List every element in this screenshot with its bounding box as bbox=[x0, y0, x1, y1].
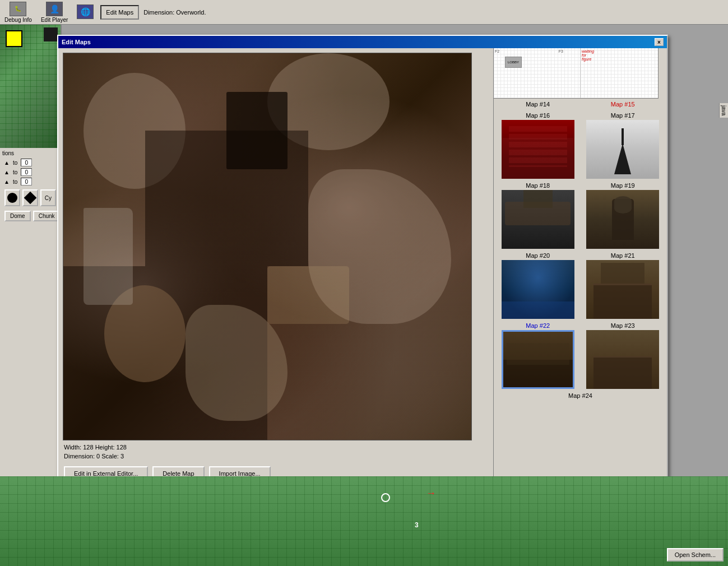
circle-tool-icon bbox=[7, 193, 17, 203]
minimap-black-area bbox=[44, 27, 58, 41]
debug-info-label: Debug Info bbox=[4, 17, 32, 23]
map-label-16: Map #16 bbox=[526, 111, 550, 120]
dialog-close-button[interactable]: × bbox=[655, 38, 664, 46]
option-row-3: ▲ to 0 bbox=[2, 178, 58, 185]
map-cell-16[interactable]: Map #16 bbox=[496, 111, 580, 179]
diamond-tool-icon bbox=[24, 192, 36, 205]
dome-button[interactable]: Dome bbox=[4, 211, 31, 221]
map-label-14: Map #14 bbox=[526, 100, 550, 109]
map-label-23: Map #23 bbox=[611, 321, 635, 330]
map-cell-23[interactable]: Map #23 bbox=[581, 321, 665, 389]
left-options-panel: tions ▲ to 0 ▲ to 0 ▲ to 0 bbox=[0, 148, 61, 226]
chunk-button[interactable]: Chunk bbox=[33, 211, 61, 221]
debug-info-button[interactable]: 🐛 Debug Info bbox=[2, 1, 34, 24]
map-label-18: Map #18 bbox=[526, 181, 550, 190]
map-dimension-info: Dimension: 0 Scale: 3 bbox=[64, 453, 488, 460]
map-cell-20[interactable]: Map #20 bbox=[496, 251, 580, 319]
red-arrow-indicator: → bbox=[426, 488, 436, 499]
top-thumbnail-row: F2 F3 LOBBY waitingforfigure bbox=[494, 48, 667, 99]
map-label-17: Map #17 bbox=[611, 111, 635, 120]
map-row-16-17: Map #16 Map #17 bbox=[494, 110, 667, 180]
map-info: Width: 128 Height: 128 Dimension: 0 Scal… bbox=[63, 440, 489, 463]
map-label-21: Map #21 bbox=[611, 251, 635, 260]
player-icon: 👤 bbox=[46, 2, 63, 16]
map-cell-19[interactable]: Map #19 bbox=[581, 181, 665, 249]
world-info-button[interactable]: 🌐 bbox=[75, 3, 96, 21]
map-thumb-21[interactable] bbox=[586, 260, 659, 319]
bottom-green-area: → 3 Open Schem... bbox=[0, 476, 728, 566]
light-detail-2 bbox=[84, 208, 132, 305]
minimap-selection bbox=[6, 30, 22, 47]
dark-detail-1 bbox=[226, 92, 288, 169]
bottom-tool-row: Dome Chunk bbox=[2, 208, 58, 224]
map-thumb-16[interactable] bbox=[502, 120, 574, 179]
option-row-1: ▲ to 0 bbox=[2, 159, 58, 166]
java-label: java bbox=[719, 103, 728, 118]
top-thumb-scrollbar[interactable] bbox=[658, 48, 667, 99]
map-row-22-23: Map #22 Map #23 bbox=[494, 320, 667, 390]
open-schema-button[interactable]: Open Schem... bbox=[667, 548, 724, 562]
map-thumb-20[interactable] bbox=[502, 260, 574, 319]
spinner-value-2[interactable]: 0 bbox=[21, 168, 32, 176]
spinner-to-1: to bbox=[13, 160, 17, 166]
map-thumb-18[interactable] bbox=[502, 190, 574, 249]
edit-player-button[interactable]: 👤 Edit Player bbox=[39, 1, 70, 24]
map-thumb-17[interactable] bbox=[586, 120, 659, 179]
map-canvas-inner bbox=[63, 53, 471, 440]
spinner-to-2: to bbox=[13, 169, 17, 175]
top-thumb-right: waitingforfigure bbox=[580, 48, 667, 98]
spinner-arrow-up-1[interactable]: ▲ bbox=[4, 160, 10, 166]
tool-row: Cy bbox=[2, 187, 58, 208]
map-label-19: Map #19 bbox=[611, 181, 635, 190]
map-list-scroll[interactable]: Map #14 Map #15 Map #16 bbox=[494, 99, 667, 497]
map-label-15: Map #15 bbox=[611, 100, 635, 109]
circle-marker-1 bbox=[381, 493, 390, 502]
map-row-18-19: Map #18 Map #19 bbox=[494, 180, 667, 250]
map-thumb-19[interactable] bbox=[586, 190, 659, 249]
map-cell-15[interactable]: Map #15 bbox=[581, 100, 665, 109]
map-cell-24[interactable]: Map #24 bbox=[496, 391, 665, 400]
circle-tool-button[interactable] bbox=[4, 189, 20, 206]
edit-maps-button[interactable]: Edit Maps bbox=[100, 5, 139, 20]
dialog-title: Edit Maps bbox=[62, 39, 91, 45]
option-row-2: ▲ to 0 bbox=[2, 168, 58, 176]
cy-button[interactable]: Cy bbox=[40, 189, 56, 206]
world-icon: 🌐 bbox=[77, 4, 94, 19]
map-row-20-21: Map #20 Map #21 bbox=[494, 250, 667, 320]
map-cell-22[interactable]: Map #22 bbox=[496, 321, 580, 389]
map-cell-18[interactable]: Map #18 bbox=[496, 181, 580, 249]
light-detail-1 bbox=[267, 266, 349, 324]
map-cell-21[interactable]: Map #21 bbox=[581, 251, 665, 319]
map-label-20: Map #20 bbox=[526, 251, 550, 260]
dialog-titlebar: Edit Maps × bbox=[58, 36, 667, 48]
map-cell-17[interactable]: Map #17 bbox=[581, 111, 665, 179]
toolbar: 🐛 Debug Info 👤 Edit Player 🌐 Edit Maps D… bbox=[0, 0, 728, 25]
spinner-value-3[interactable]: 0 bbox=[21, 178, 32, 185]
bottom-green-inner: → 3 bbox=[0, 476, 728, 566]
map-cell-14[interactable]: Map #14 bbox=[496, 100, 580, 109]
spinner-arrow-up-2[interactable]: ▲ bbox=[4, 169, 10, 175]
spinner-to-3: to bbox=[13, 179, 17, 185]
map-row-labels-14-15: Map #14 Map #15 bbox=[494, 99, 667, 110]
edit-maps-dialog: Edit Maps × bbox=[57, 35, 668, 498]
background-area: tions ▲ to 0 ▲ to 0 ▲ to 0 bbox=[0, 25, 728, 566]
debug-info-icon: 🐛 bbox=[10, 2, 26, 16]
dialog-body: Width: 128 Height: 128 Dimension: 0 Scal… bbox=[58, 48, 667, 497]
top-thumb-left: F2 F3 LOBBY bbox=[494, 48, 580, 98]
options-label: tions bbox=[2, 150, 58, 156]
map-thumb-22[interactable] bbox=[502, 330, 574, 389]
map-label-24: Map #24 bbox=[568, 391, 592, 400]
spinner-value-1[interactable]: 0 bbox=[21, 159, 32, 166]
map-row-24: Map #24 bbox=[494, 390, 667, 401]
dimension-label: Dimension: Overworld. bbox=[143, 9, 206, 16]
map-canvas-area: Width: 128 Height: 128 Dimension: 0 Scal… bbox=[58, 48, 493, 497]
map-thumb-23[interactable] bbox=[586, 330, 659, 389]
left-map-thumbnail bbox=[0, 25, 61, 148]
map-canvas[interactable] bbox=[63, 53, 472, 440]
edit-player-label: Edit Player bbox=[41, 17, 68, 23]
spinner-arrow-up-3[interactable]: ▲ bbox=[4, 179, 10, 185]
map-size-info: Width: 128 Height: 128 bbox=[64, 444, 488, 451]
diamond-tool-button[interactable] bbox=[22, 189, 38, 206]
map-label-22: Map #22 bbox=[526, 321, 550, 330]
map-list-panel: F2 F3 LOBBY waitingforfigure bbox=[493, 48, 667, 497]
